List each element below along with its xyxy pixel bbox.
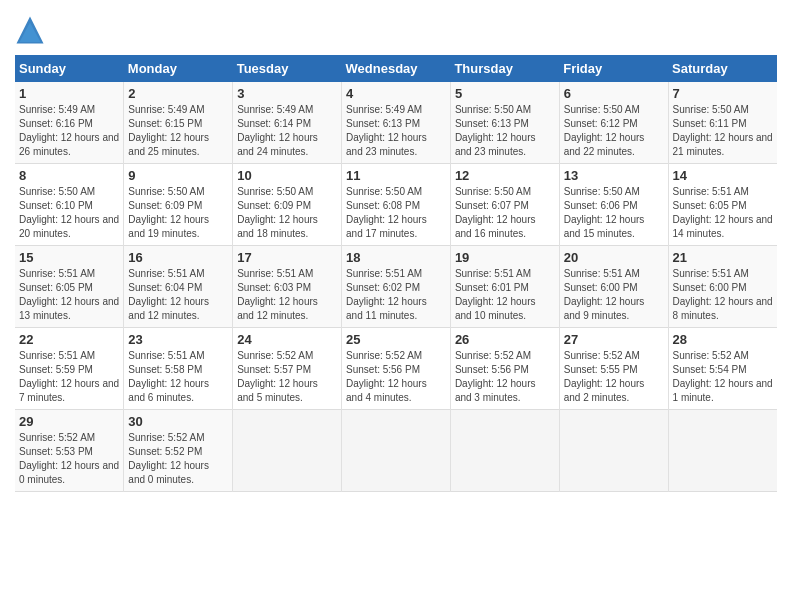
day-number: 12 <box>455 168 555 183</box>
page-header <box>15 15 777 45</box>
calendar-cell: 1Sunrise: 5:49 AMSunset: 6:16 PMDaylight… <box>15 82 124 164</box>
day-number: 29 <box>19 414 119 429</box>
calendar-cell: 27Sunrise: 5:52 AMSunset: 5:55 PMDayligh… <box>559 328 668 410</box>
day-info: Sunrise: 5:51 AMSunset: 6:05 PMDaylight:… <box>673 185 773 241</box>
day-number: 3 <box>237 86 337 101</box>
day-info: Sunrise: 5:50 AMSunset: 6:11 PMDaylight:… <box>673 103 773 159</box>
header-monday: Monday <box>124 55 233 82</box>
calendar-cell <box>342 410 451 492</box>
calendar-cell <box>450 410 559 492</box>
logo <box>15 15 49 45</box>
day-number: 18 <box>346 250 446 265</box>
day-info: Sunrise: 5:49 AMSunset: 6:15 PMDaylight:… <box>128 103 228 159</box>
day-number: 15 <box>19 250 119 265</box>
day-number: 6 <box>564 86 664 101</box>
calendar-cell: 6Sunrise: 5:50 AMSunset: 6:12 PMDaylight… <box>559 82 668 164</box>
calendar-cell: 21Sunrise: 5:51 AMSunset: 6:00 PMDayligh… <box>668 246 777 328</box>
day-info: Sunrise: 5:52 AMSunset: 5:56 PMDaylight:… <box>346 349 446 405</box>
calendar-cell: 17Sunrise: 5:51 AMSunset: 6:03 PMDayligh… <box>233 246 342 328</box>
day-info: Sunrise: 5:50 AMSunset: 6:09 PMDaylight:… <box>237 185 337 241</box>
calendar-cell: 30Sunrise: 5:52 AMSunset: 5:52 PMDayligh… <box>124 410 233 492</box>
header-wednesday: Wednesday <box>342 55 451 82</box>
calendar-cell: 19Sunrise: 5:51 AMSunset: 6:01 PMDayligh… <box>450 246 559 328</box>
calendar-cell: 3Sunrise: 5:49 AMSunset: 6:14 PMDaylight… <box>233 82 342 164</box>
day-info: Sunrise: 5:51 AMSunset: 6:00 PMDaylight:… <box>673 267 773 323</box>
calendar-cell <box>559 410 668 492</box>
day-info: Sunrise: 5:51 AMSunset: 6:01 PMDaylight:… <box>455 267 555 323</box>
calendar-cell: 12Sunrise: 5:50 AMSunset: 6:07 PMDayligh… <box>450 164 559 246</box>
day-number: 8 <box>19 168 119 183</box>
calendar-cell: 7Sunrise: 5:50 AMSunset: 6:11 PMDaylight… <box>668 82 777 164</box>
calendar-table: SundayMondayTuesdayWednesdayThursdayFrid… <box>15 55 777 492</box>
day-number: 11 <box>346 168 446 183</box>
day-number: 13 <box>564 168 664 183</box>
day-info: Sunrise: 5:52 AMSunset: 5:52 PMDaylight:… <box>128 431 228 487</box>
day-info: Sunrise: 5:50 AMSunset: 6:12 PMDaylight:… <box>564 103 664 159</box>
logo-icon <box>15 15 45 45</box>
day-info: Sunrise: 5:50 AMSunset: 6:13 PMDaylight:… <box>455 103 555 159</box>
day-info: Sunrise: 5:52 AMSunset: 5:55 PMDaylight:… <box>564 349 664 405</box>
day-info: Sunrise: 5:50 AMSunset: 6:06 PMDaylight:… <box>564 185 664 241</box>
day-info: Sunrise: 5:50 AMSunset: 6:08 PMDaylight:… <box>346 185 446 241</box>
day-info: Sunrise: 5:50 AMSunset: 6:09 PMDaylight:… <box>128 185 228 241</box>
day-info: Sunrise: 5:51 AMSunset: 6:05 PMDaylight:… <box>19 267 119 323</box>
day-number: 30 <box>128 414 228 429</box>
day-number: 14 <box>673 168 773 183</box>
day-info: Sunrise: 5:51 AMSunset: 5:59 PMDaylight:… <box>19 349 119 405</box>
day-info: Sunrise: 5:51 AMSunset: 5:58 PMDaylight:… <box>128 349 228 405</box>
day-number: 22 <box>19 332 119 347</box>
day-number: 1 <box>19 86 119 101</box>
day-number: 24 <box>237 332 337 347</box>
calendar-cell: 5Sunrise: 5:50 AMSunset: 6:13 PMDaylight… <box>450 82 559 164</box>
calendar-cell: 13Sunrise: 5:50 AMSunset: 6:06 PMDayligh… <box>559 164 668 246</box>
day-number: 10 <box>237 168 337 183</box>
header-saturday: Saturday <box>668 55 777 82</box>
day-number: 17 <box>237 250 337 265</box>
calendar-cell: 14Sunrise: 5:51 AMSunset: 6:05 PMDayligh… <box>668 164 777 246</box>
calendar-cell: 24Sunrise: 5:52 AMSunset: 5:57 PMDayligh… <box>233 328 342 410</box>
week-row-2: 8Sunrise: 5:50 AMSunset: 6:10 PMDaylight… <box>15 164 777 246</box>
calendar-cell: 15Sunrise: 5:51 AMSunset: 6:05 PMDayligh… <box>15 246 124 328</box>
day-number: 16 <box>128 250 228 265</box>
day-info: Sunrise: 5:50 AMSunset: 6:10 PMDaylight:… <box>19 185 119 241</box>
calendar-cell: 8Sunrise: 5:50 AMSunset: 6:10 PMDaylight… <box>15 164 124 246</box>
week-row-5: 29Sunrise: 5:52 AMSunset: 5:53 PMDayligh… <box>15 410 777 492</box>
calendar-cell: 11Sunrise: 5:50 AMSunset: 6:08 PMDayligh… <box>342 164 451 246</box>
calendar-cell: 4Sunrise: 5:49 AMSunset: 6:13 PMDaylight… <box>342 82 451 164</box>
calendar-cell: 23Sunrise: 5:51 AMSunset: 5:58 PMDayligh… <box>124 328 233 410</box>
day-info: Sunrise: 5:51 AMSunset: 6:00 PMDaylight:… <box>564 267 664 323</box>
day-number: 7 <box>673 86 773 101</box>
header-sunday: Sunday <box>15 55 124 82</box>
day-number: 20 <box>564 250 664 265</box>
calendar-cell: 2Sunrise: 5:49 AMSunset: 6:15 PMDaylight… <box>124 82 233 164</box>
header-friday: Friday <box>559 55 668 82</box>
day-number: 25 <box>346 332 446 347</box>
calendar-cell: 20Sunrise: 5:51 AMSunset: 6:00 PMDayligh… <box>559 246 668 328</box>
header-thursday: Thursday <box>450 55 559 82</box>
day-number: 26 <box>455 332 555 347</box>
day-number: 23 <box>128 332 228 347</box>
calendar-cell: 9Sunrise: 5:50 AMSunset: 6:09 PMDaylight… <box>124 164 233 246</box>
day-info: Sunrise: 5:51 AMSunset: 6:04 PMDaylight:… <box>128 267 228 323</box>
calendar-cell: 25Sunrise: 5:52 AMSunset: 5:56 PMDayligh… <box>342 328 451 410</box>
day-info: Sunrise: 5:52 AMSunset: 5:56 PMDaylight:… <box>455 349 555 405</box>
day-number: 21 <box>673 250 773 265</box>
calendar-cell: 16Sunrise: 5:51 AMSunset: 6:04 PMDayligh… <box>124 246 233 328</box>
calendar-cell: 26Sunrise: 5:52 AMSunset: 5:56 PMDayligh… <box>450 328 559 410</box>
calendar-cell: 18Sunrise: 5:51 AMSunset: 6:02 PMDayligh… <box>342 246 451 328</box>
day-info: Sunrise: 5:51 AMSunset: 6:03 PMDaylight:… <box>237 267 337 323</box>
week-row-3: 15Sunrise: 5:51 AMSunset: 6:05 PMDayligh… <box>15 246 777 328</box>
day-info: Sunrise: 5:52 AMSunset: 5:53 PMDaylight:… <box>19 431 119 487</box>
day-number: 5 <box>455 86 555 101</box>
day-number: 28 <box>673 332 773 347</box>
calendar-cell: 22Sunrise: 5:51 AMSunset: 5:59 PMDayligh… <box>15 328 124 410</box>
day-info: Sunrise: 5:51 AMSunset: 6:02 PMDaylight:… <box>346 267 446 323</box>
day-info: Sunrise: 5:49 AMSunset: 6:14 PMDaylight:… <box>237 103 337 159</box>
calendar-cell <box>233 410 342 492</box>
calendar-cell: 28Sunrise: 5:52 AMSunset: 5:54 PMDayligh… <box>668 328 777 410</box>
day-number: 19 <box>455 250 555 265</box>
day-number: 27 <box>564 332 664 347</box>
week-row-1: 1Sunrise: 5:49 AMSunset: 6:16 PMDaylight… <box>15 82 777 164</box>
calendar-cell: 10Sunrise: 5:50 AMSunset: 6:09 PMDayligh… <box>233 164 342 246</box>
day-info: Sunrise: 5:50 AMSunset: 6:07 PMDaylight:… <box>455 185 555 241</box>
